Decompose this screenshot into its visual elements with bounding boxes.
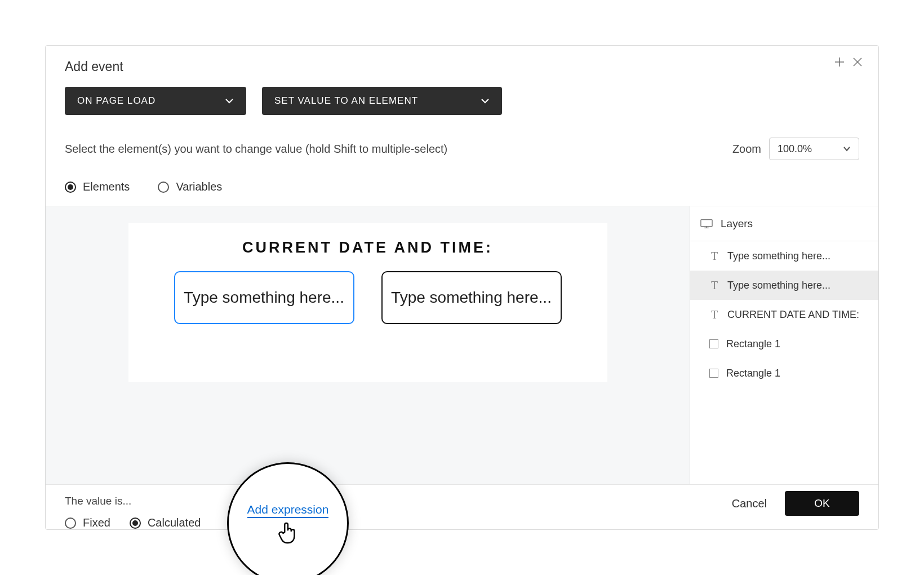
action-select[interactable]: SET VALUE TO AN ELEMENT <box>262 87 502 115</box>
canvas-pane[interactable]: CURRENT DATE AND TIME: Type something he… <box>46 206 690 484</box>
value-radio-fixed[interactable]: Fixed <box>65 516 110 529</box>
chevron-down-icon <box>225 96 234 105</box>
zoom-value: 100.0% <box>778 143 812 155</box>
artboard-title[interactable]: CURRENT DATE AND TIME: <box>151 239 585 256</box>
canvas-element-input-1-text: Type something here... <box>184 288 344 308</box>
text-icon: T <box>709 250 719 263</box>
trigger-select-label: ON PAGE LOAD <box>77 95 156 107</box>
zoom-select[interactable]: 100.0% <box>769 138 859 160</box>
canvas-element-input-2-text: Type something here... <box>391 288 552 308</box>
layer-item[interactable]: T Type something here... <box>690 271 878 300</box>
target-radio-elements-label: Elements <box>83 180 130 193</box>
layers-header-label: Layers <box>721 218 753 230</box>
add-expression-link[interactable]: Add expression <box>247 503 329 518</box>
layer-item[interactable]: Rectangle 1 <box>690 359 878 388</box>
zoom-label: Zoom <box>732 143 761 156</box>
canvas-element-input-1[interactable]: Type something here... <box>174 271 354 324</box>
rectangle-icon <box>709 369 718 378</box>
plus-icon[interactable] <box>834 57 845 69</box>
close-icon[interactable] <box>852 57 863 69</box>
add-expression-callout: Add expression <box>227 462 349 575</box>
radio-icon <box>130 518 141 529</box>
layer-item-label: CURRENT DATE AND TIME: <box>727 309 859 321</box>
add-event-dialog: Add event ON PAGE LOAD SET VALUE TO AN E… <box>45 45 879 530</box>
dialog-title: Add event <box>65 59 123 74</box>
svg-rect-4 <box>701 219 712 226</box>
artboard: CURRENT DATE AND TIME: Type something he… <box>128 223 607 382</box>
instruction-text: Select the element(s) you want to change… <box>65 143 447 156</box>
text-icon: T <box>709 308 719 321</box>
layer-item-label: Rectangle 1 <box>726 338 780 350</box>
target-radio-variables[interactable]: Variables <box>158 180 222 193</box>
value-radio-calculated-label: Calculated <box>148 516 201 529</box>
value-radio-fixed-label: Fixed <box>83 516 110 529</box>
layer-item-label: Type something here... <box>727 250 830 262</box>
action-select-label: SET VALUE TO AN ELEMENT <box>274 95 418 107</box>
rectangle-icon <box>709 339 718 348</box>
value-radio-calculated[interactable]: Calculated <box>130 516 201 529</box>
cancel-button[interactable]: Cancel <box>726 493 772 515</box>
radio-icon <box>158 182 169 193</box>
layer-item[interactable]: T Type something here... <box>690 241 878 271</box>
layer-item-label: Type something here... <box>727 280 830 291</box>
chevron-down-icon <box>843 145 851 153</box>
radio-icon <box>65 182 76 193</box>
ok-button[interactable]: OK <box>785 491 859 516</box>
layers-header: Layers <box>690 206 878 241</box>
dialog-titlebar: Add event <box>46 46 878 74</box>
layer-item[interactable]: Rectangle 1 <box>690 329 878 359</box>
text-icon: T <box>709 279 719 292</box>
layer-item[interactable]: T CURRENT DATE AND TIME: <box>690 300 878 329</box>
trigger-select[interactable]: ON PAGE LOAD <box>65 87 246 115</box>
layer-item-label: Rectangle 1 <box>726 368 780 379</box>
chevron-down-icon <box>481 96 490 105</box>
target-radio-elements[interactable]: Elements <box>65 180 130 193</box>
canvas-element-input-2[interactable]: Type something here... <box>381 271 562 324</box>
target-radio-variables-label: Variables <box>176 180 222 193</box>
monitor-icon <box>700 219 713 229</box>
pointer-cursor-icon <box>277 520 299 544</box>
layers-panel: Layers T Type something here... T Type s… <box>690 206 878 484</box>
radio-icon <box>65 518 76 529</box>
